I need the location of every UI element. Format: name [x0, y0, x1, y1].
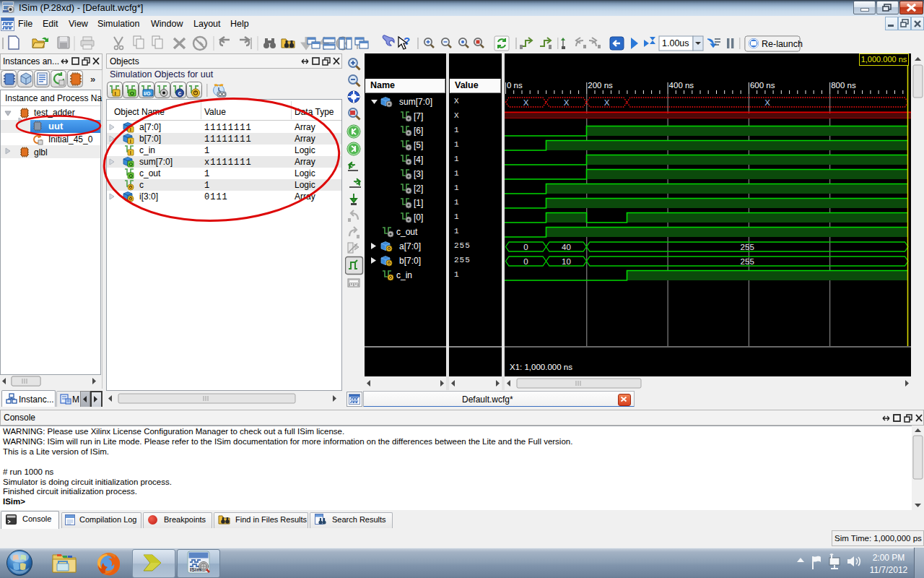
svg-text:X1: 1,000.000 ns: X1: 1,000.000 ns — [510, 363, 572, 371]
svg-text:X: X — [564, 98, 570, 107]
svg-text:[0]: [0] — [414, 212, 423, 223]
svg-text:200 ns: 200 ns — [588, 81, 613, 90]
svg-text:600 ns: 600 ns — [750, 81, 775, 90]
svg-text:0: 0 — [523, 243, 528, 251]
svg-text:10: 10 — [562, 257, 571, 266]
svg-text:0 ns: 0 ns — [507, 81, 523, 90]
svg-text:sum[7:0]: sum[7:0] — [399, 97, 432, 107]
svg-text:0: 0 — [523, 257, 528, 266]
svg-text:[1]: [1] — [414, 198, 423, 208]
svg-text:c_out: c_out — [396, 227, 418, 237]
svg-text:c_in: c_in — [396, 270, 412, 280]
svg-text:400 ns: 400 ns — [669, 81, 694, 90]
svg-text:Re-launch: Re-launch — [762, 39, 803, 49]
svg-text:[3]: [3] — [414, 169, 423, 179]
svg-text:glbl: glbl — [34, 147, 48, 158]
svg-text:b[7:0]: b[7:0] — [399, 256, 421, 266]
svg-text:[5]: [5] — [414, 140, 423, 150]
svg-text:800 ns: 800 ns — [831, 81, 856, 90]
svg-text:40: 40 — [562, 243, 571, 251]
svg-text:?: ? — [404, 35, 410, 47]
svg-text:X: X — [764, 98, 770, 107]
svg-text:255: 255 — [741, 257, 754, 266]
svg-text:255: 255 — [741, 243, 754, 251]
svg-text:1.00us: 1.00us — [662, 38, 689, 48]
svg-text:[6]: [6] — [414, 126, 423, 136]
svg-text:ISim: ISim — [190, 566, 201, 573]
svg-text:[4]: [4] — [414, 155, 423, 165]
svg-text:[7]: [7] — [414, 111, 423, 121]
svg-text:X: X — [523, 98, 529, 107]
svg-text:[2]: [2] — [414, 184, 423, 194]
svg-text:I/O: I/O — [144, 91, 151, 96]
svg-text:a[7:0]: a[7:0] — [399, 241, 421, 251]
svg-text:X: X — [604, 98, 610, 107]
svg-text:»: » — [90, 74, 95, 85]
